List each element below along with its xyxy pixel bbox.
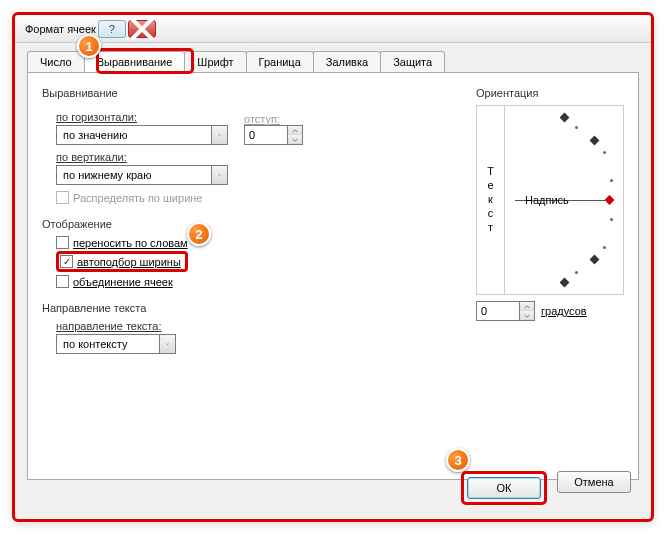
orientation-handle[interactable] xyxy=(605,195,615,205)
spin-down-icon[interactable] xyxy=(520,311,534,320)
vertical-combo[interactable]: по нижнему краю xyxy=(56,165,228,185)
horizontal-combo[interactable]: по значению xyxy=(56,125,228,145)
degrees-value[interactable] xyxy=(477,302,519,320)
wrap-label: переносить по словам xyxy=(73,237,188,249)
distribute-label: Распределять по ширине xyxy=(73,192,202,204)
autofit-label: автоподбор ширины xyxy=(77,256,181,268)
tab-border[interactable]: Граница xyxy=(246,51,314,72)
text-direction-section: Направление текста xyxy=(42,302,458,314)
tab-strip: Число Выравнивание Шрифт Граница Заливка… xyxy=(27,51,639,72)
alignment-section: Выравнивание xyxy=(42,87,458,99)
wrap-checkbox[interactable] xyxy=(56,236,69,249)
tab-number[interactable]: Число xyxy=(27,51,85,72)
chevron-down-icon xyxy=(211,126,227,144)
tab-protection[interactable]: Защита xyxy=(380,51,445,72)
text-direction-combo[interactable]: по контексту xyxy=(56,334,176,354)
text-direction-value: по контексту xyxy=(57,338,159,350)
distribute-checkbox xyxy=(56,191,69,204)
chevron-down-icon xyxy=(159,335,175,353)
chevron-down-icon xyxy=(211,166,227,184)
help-button[interactable]: ? xyxy=(98,20,126,38)
orientation-control[interactable]: Текст xyxy=(476,105,624,295)
spin-down-icon[interactable] xyxy=(288,135,302,144)
degrees-label: градусов xyxy=(541,305,587,317)
ok-highlight: ОК xyxy=(461,471,547,505)
vertical-value: по нижнему краю xyxy=(57,169,211,181)
vertical-label: по вертикали: xyxy=(56,151,458,163)
tab-fill[interactable]: Заливка xyxy=(313,51,381,72)
ok-button[interactable]: ОК xyxy=(467,477,541,499)
horizontal-label: по горизонтали: xyxy=(56,111,228,123)
horizontal-value: по значению xyxy=(57,129,211,141)
tab-font[interactable]: Шрифт xyxy=(184,51,246,72)
close-button[interactable] xyxy=(128,20,156,38)
cancel-button[interactable]: Отмена xyxy=(557,471,631,493)
text-direction-label: направление текста: xyxy=(56,320,458,332)
merge-label: объединение ячеек xyxy=(73,276,173,288)
orientation-dial[interactable]: Надпись xyxy=(511,112,617,288)
display-section: Отображение xyxy=(42,218,458,230)
spin-up-icon[interactable] xyxy=(520,302,534,311)
spin-up-icon[interactable] xyxy=(288,126,302,135)
merge-checkbox[interactable] xyxy=(56,275,69,288)
orientation-needle-label: Надпись xyxy=(525,194,569,206)
orientation-section: Ориентация xyxy=(476,87,624,99)
window-title: Формат ячеек xyxy=(25,23,96,35)
indent-spinner[interactable] xyxy=(244,125,303,145)
indent-label: отступ: xyxy=(244,113,303,125)
titlebar: Формат ячеек ? xyxy=(15,15,651,43)
autofit-checkbox[interactable] xyxy=(60,255,73,268)
tab-alignment[interactable]: Выравнивание xyxy=(84,51,186,72)
orientation-vertical-text[interactable]: Текст xyxy=(477,106,505,294)
degrees-spinner[interactable] xyxy=(476,301,535,321)
autofit-highlight: автоподбор ширины xyxy=(56,251,188,272)
indent-value[interactable] xyxy=(245,126,287,144)
